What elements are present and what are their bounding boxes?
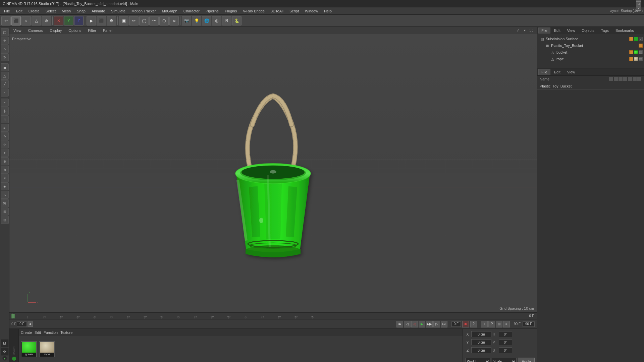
left-btn-sculpt2[interactable]: $ bbox=[1, 107, 9, 115]
toolbar-x[interactable]: ✕ bbox=[54, 16, 63, 25]
left-btn-move[interactable]: ✛ bbox=[1, 37, 9, 45]
menu-3dtoall[interactable]: 3DToAll bbox=[268, 8, 286, 14]
left-btn-sculpt5[interactable]: ∿ bbox=[1, 132, 9, 140]
props-icon1[interactable] bbox=[609, 77, 613, 81]
menu-mograph[interactable]: MoGraph bbox=[159, 8, 180, 14]
menu-file[interactable]: File bbox=[1, 8, 13, 14]
left-btn-sculpt14[interactable]: ⊞ bbox=[1, 207, 9, 216]
tree-item-subdivision[interactable]: ▤ Subdivision Surface ✓ bbox=[537, 36, 644, 42]
props-tab-file[interactable]: File bbox=[538, 69, 550, 75]
left-btn-obj[interactable]: ◼ bbox=[1, 63, 9, 71]
coord-h-input[interactable] bbox=[499, 331, 512, 337]
props-icon7[interactable] bbox=[637, 77, 641, 81]
toolbar-undo[interactable]: ↩ bbox=[1, 16, 11, 25]
props-icon6[interactable] bbox=[633, 77, 637, 81]
menu-pipeline[interactable]: Pipeline bbox=[203, 8, 221, 14]
toolbar-mode3[interactable]: △ bbox=[32, 16, 41, 25]
toolbar-render-options[interactable]: ⚙ bbox=[107, 16, 116, 25]
tab-file[interactable]: File bbox=[538, 27, 550, 34]
left-btn-scale[interactable]: ⤡ bbox=[1, 45, 9, 53]
left-btn-sculpt15[interactable]: ⊟ bbox=[1, 216, 9, 224]
menu-simulate[interactable]: Simulate bbox=[108, 8, 128, 14]
toolbar-mode2[interactable]: ○ bbox=[21, 16, 31, 25]
anim-play-reverse[interactable]: ◁ bbox=[411, 321, 418, 327]
props-icon2[interactable] bbox=[614, 77, 618, 81]
tab-tags[interactable]: Tags bbox=[598, 27, 612, 34]
anim-extra3[interactable]: ⊞ bbox=[496, 321, 502, 327]
left-btn-sculpt12[interactable]: ∴ bbox=[1, 191, 9, 199]
viewport-menu-view[interactable]: View bbox=[12, 28, 23, 33]
coord-z-input[interactable] bbox=[471, 347, 491, 353]
toolbar-r[interactable]: R bbox=[222, 16, 231, 25]
menu-plugins[interactable]: Plugins bbox=[222, 8, 239, 14]
left-btn-maxon2[interactable]: ⚙ bbox=[1, 348, 9, 356]
toolbar-camera[interactable]: 📷 bbox=[182, 16, 191, 25]
anim-extra4[interactable]: ≡ bbox=[503, 321, 510, 327]
menu-vray[interactable]: V-Ray Bridge bbox=[240, 8, 267, 14]
anim-extra1[interactable]: + bbox=[481, 321, 488, 327]
props-icon3[interactable] bbox=[619, 77, 623, 81]
left-btn-sculpt6[interactable]: ⊹ bbox=[1, 140, 9, 148]
viewport-menu-cameras[interactable]: Cameras bbox=[27, 28, 45, 33]
menu-snap[interactable]: Snap bbox=[74, 8, 88, 14]
frame-current-input[interactable]: 0 F bbox=[451, 321, 461, 327]
keyframe-indicator[interactable]: ◆ bbox=[28, 321, 33, 327]
timeline-bar[interactable]: 5 10 15 20 25 30 35 40 45 50 5 bbox=[9, 312, 537, 319]
left-btn-rotate[interactable]: ↻ bbox=[1, 53, 9, 61]
left-btn-sculpt10[interactable]: ↯ bbox=[1, 174, 9, 182]
menu-mesh[interactable]: Mesh bbox=[59, 8, 73, 14]
toolbar-python[interactable]: 🐍 bbox=[232, 16, 241, 25]
toolbar-mode4[interactable]: ⊕ bbox=[42, 16, 51, 25]
props-tab-view[interactable]: View bbox=[564, 69, 578, 75]
toolbar-y[interactable]: Y bbox=[64, 16, 73, 25]
vp-fullscreen-icon[interactable]: ⛶ bbox=[529, 28, 534, 33]
toolbar-z[interactable]: Z bbox=[74, 16, 84, 25]
left-btn-sculpt8[interactable]: ⊕ bbox=[1, 157, 9, 165]
menu-select[interactable]: Select bbox=[43, 8, 59, 14]
tab-view[interactable]: View bbox=[564, 27, 578, 34]
coord-b-input[interactable] bbox=[499, 347, 512, 353]
toolbar-target[interactable]: ◎ bbox=[212, 16, 221, 25]
viewport-3d[interactable]: Perspective bbox=[9, 34, 537, 312]
material-rope[interactable]: rope bbox=[39, 341, 55, 357]
left-btn-sculpt11[interactable]: ◈ bbox=[1, 182, 9, 190]
mat-function[interactable]: Function bbox=[44, 330, 58, 335]
props-icon5[interactable] bbox=[628, 77, 632, 81]
anim-question[interactable]: ? bbox=[470, 321, 477, 327]
coord-x-input[interactable] bbox=[471, 331, 491, 337]
left-btn-edge[interactable]: ╱ bbox=[1, 80, 9, 88]
left-btn-sculpt3[interactable]: § bbox=[1, 115, 9, 123]
toolbar-cube[interactable]: ▣ bbox=[119, 16, 128, 25]
toolbar-render[interactable]: ⬛ bbox=[97, 16, 106, 25]
coord-scale-select[interactable]: Scale Size bbox=[492, 358, 517, 362]
toolbar-mode1[interactable]: ⬛ bbox=[11, 16, 21, 25]
left-btn-select[interactable]: ▢ bbox=[1, 28, 9, 36]
coord-world-select[interactable]: World Object Local bbox=[465, 358, 490, 362]
restore-button[interactable]: □ bbox=[636, 1, 641, 6]
left-btn-point[interactable]: · bbox=[1, 88, 9, 97]
menu-window[interactable]: Window bbox=[302, 8, 321, 14]
anim-prev-key[interactable]: ◁ bbox=[404, 321, 411, 327]
toolbar-extrude[interactable]: ⬡ bbox=[159, 16, 169, 25]
menu-motiontracker[interactable]: Motion Tracker bbox=[129, 8, 159, 14]
menu-character[interactable]: Character bbox=[181, 8, 202, 14]
toolbar-render-small[interactable]: ▶ bbox=[87, 16, 96, 25]
tree-item-bucket[interactable]: △ bucket bbox=[548, 49, 644, 56]
left-btn-maxon1[interactable]: M bbox=[1, 339, 9, 347]
anim-play-faster[interactable]: ▶▶ bbox=[426, 321, 433, 327]
anim-extra2[interactable]: P bbox=[488, 321, 495, 327]
anim-play[interactable]: ▶ bbox=[419, 321, 425, 327]
toolbar-pen[interactable]: ✏ bbox=[129, 16, 139, 25]
mat-texture[interactable]: Texture bbox=[60, 330, 72, 335]
viewport-menu-panel[interactable]: Panel bbox=[102, 28, 114, 33]
timeline-slider[interactable] bbox=[11, 314, 15, 318]
anim-record[interactable]: ⏺ bbox=[462, 321, 469, 327]
props-tab-edit[interactable]: Edit bbox=[551, 69, 564, 75]
left-btn-sculpt9[interactable]: ⊗ bbox=[1, 166, 9, 174]
tree-item-rope[interactable]: △ rope bbox=[548, 56, 644, 62]
coord-y-input[interactable] bbox=[471, 339, 491, 345]
viewport-menu-display[interactable]: Display bbox=[48, 28, 63, 33]
toolbar-circle[interactable]: ◯ bbox=[139, 16, 149, 25]
vp-settings-icon[interactable]: ▾ bbox=[522, 28, 527, 33]
tree-item-bucket-group[interactable]: ⊞ Plastic_Toy_Bucket bbox=[542, 42, 644, 49]
